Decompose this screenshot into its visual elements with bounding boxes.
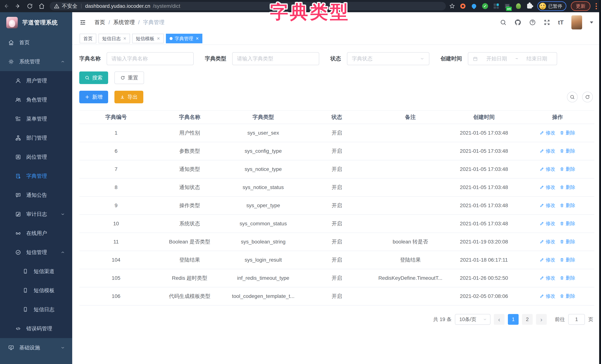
browser-reload-button[interactable]: [27, 3, 33, 9]
dict-type-link[interactable]: sys_user_sex: [226, 124, 300, 142]
dict-type-link[interactable]: tool_codegen_template_t...: [226, 287, 300, 305]
breadcrumb-home[interactable]: 首页: [94, 19, 105, 26]
dict-type-link[interactable]: inf_redis_timeout_type: [226, 269, 300, 287]
edit-link[interactable]: 修改: [540, 148, 555, 154]
sidebar-item-dict-management[interactable]: 字典管理: [0, 166, 72, 185]
profile-paused-badge[interactable]: 已暂停: [537, 1, 566, 11]
date-range-picker[interactable]: 开始日期 ~ 结束日期: [468, 52, 557, 65]
search-icon[interactable]: [500, 19, 507, 26]
status-select[interactable]: 字典状态: [347, 52, 429, 65]
browser-update-button[interactable]: 更新: [571, 1, 591, 11]
tab-sms-template[interactable]: 短信模板×: [132, 34, 164, 43]
bookmark-star-icon[interactable]: [449, 3, 455, 9]
tab-dict-management[interactable]: 字典管理×: [166, 34, 202, 43]
sidebar-item-sms-log[interactable]: 短信日志: [0, 300, 72, 319]
toggle-search-button[interactable]: [567, 92, 578, 102]
dict-type-input[interactable]: [232, 52, 319, 65]
sidebar-item-user-management[interactable]: 用户管理: [0, 71, 72, 90]
extension-grid-icon[interactable]: [493, 3, 500, 10]
refresh-table-button[interactable]: [582, 92, 593, 102]
delete-link[interactable]: 删除: [560, 202, 575, 209]
browser-forward-button[interactable]: [15, 3, 21, 9]
browser-back-button[interactable]: [3, 3, 9, 9]
delete-link[interactable]: 删除: [560, 220, 575, 227]
edit-link[interactable]: 修改: [540, 202, 555, 209]
extension-green-circle-icon[interactable]: ✓: [482, 3, 488, 10]
sidebar-item-notice[interactable]: 通知公告: [0, 185, 72, 205]
close-icon[interactable]: ×: [123, 36, 126, 41]
page-size-select[interactable]: 10条/页: [455, 314, 491, 325]
sidebar-item-home[interactable]: 首页: [0, 33, 72, 52]
edit-link[interactable]: 修改: [540, 166, 555, 172]
dict-type-link[interactable]: sys_notice_type: [226, 160, 300, 178]
extension-blue-drop-icon[interactable]: [471, 3, 477, 10]
extension-orange-ring-icon[interactable]: [460, 3, 466, 10]
edit-link[interactable]: 修改: [540, 275, 555, 281]
sidebar-item-post-management[interactable]: 岗位管理: [0, 147, 72, 166]
edit-link[interactable]: 修改: [540, 184, 555, 191]
edit-link[interactable]: 修改: [540, 293, 555, 299]
sidebar-item-audit-log[interactable]: 审计日志: [0, 205, 72, 224]
tab-home[interactable]: 首页: [80, 34, 96, 43]
sidebar-item-error-code[interactable]: 错误码管理: [0, 319, 72, 338]
dict-type-link[interactable]: sys_oper_type: [226, 196, 300, 215]
dict-type-link[interactable]: sys_common_status: [226, 215, 300, 233]
edit-link[interactable]: 修改: [540, 130, 555, 136]
export-button[interactable]: 导出: [114, 91, 143, 103]
edit-link[interactable]: 修改: [540, 238, 555, 245]
address-bar[interactable]: 不安全 dashboard.yudao.iocoder.cn/system/di…: [50, 2, 446, 10]
dict-id: 104: [79, 251, 153, 269]
user-avatar[interactable]: [571, 15, 582, 30]
fullscreen-icon[interactable]: [544, 19, 550, 26]
avatar-caret-down-icon[interactable]: [590, 21, 593, 25]
browser-home-button[interactable]: [39, 3, 45, 9]
delete-link[interactable]: 删除: [560, 148, 575, 154]
edit-link[interactable]: 修改: [540, 257, 555, 263]
delete-link[interactable]: 删除: [560, 257, 575, 263]
delete-link[interactable]: 删除: [560, 130, 575, 136]
delete-link[interactable]: 删除: [560, 184, 575, 191]
sidebar-item-sms-management[interactable]: 短信管理: [0, 243, 72, 262]
edit-link[interactable]: 修改: [540, 220, 555, 227]
sidebar-item-online-users[interactable]: 在线用户: [0, 224, 72, 243]
search-button[interactable]: 搜索: [79, 71, 108, 84]
chevron-down-icon: [60, 345, 65, 350]
dict-name-input[interactable]: [107, 52, 194, 65]
goto-page-input[interactable]: [568, 314, 585, 325]
help-icon[interactable]: [529, 19, 536, 26]
browser-menu-icon[interactable]: [595, 3, 598, 9]
security-label[interactable]: 不安全: [62, 3, 77, 10]
page-button-2[interactable]: 2: [522, 314, 533, 325]
add-button[interactable]: 新增: [79, 91, 108, 103]
reset-button[interactable]: 重置: [114, 71, 144, 84]
dict-type-link[interactable]: sys_config_type: [226, 142, 300, 160]
delete-link[interactable]: 删除: [560, 166, 575, 172]
sidebar-item-system-management[interactable]: 系统管理: [0, 52, 72, 71]
github-icon[interactable]: [514, 19, 521, 26]
extension-lines-icon[interactable]: on: [504, 3, 511, 10]
dict-type-link[interactable]: sys_notice_status: [226, 178, 300, 196]
tab-sms-log[interactable]: 短信日志×: [99, 34, 130, 43]
sidebar-item-sms-template[interactable]: 短信模板: [0, 281, 72, 300]
sidebar-toggle-hamburger-icon[interactable]: [79, 19, 86, 26]
page-button-1[interactable]: 1: [508, 314, 519, 325]
close-icon[interactable]: ×: [196, 36, 199, 41]
delete-link[interactable]: 删除: [560, 238, 575, 245]
extensions-puzzle-icon[interactable]: [526, 3, 533, 10]
prev-page-button[interactable]: ‹: [494, 314, 505, 325]
sidebar-item-menu-management[interactable]: 菜单管理: [0, 109, 72, 128]
dict-type-link[interactable]: sys_login_result: [226, 251, 300, 269]
close-icon[interactable]: ×: [157, 36, 160, 41]
sidebar-item-role-management[interactable]: 角色管理: [0, 90, 72, 109]
speech-bubble-icon: [15, 192, 21, 198]
font-size-icon[interactable]: tT: [558, 19, 564, 26]
dict-type-link[interactable]: sys_boolean_string: [226, 233, 300, 251]
next-page-button[interactable]: ›: [536, 314, 547, 325]
delete-link[interactable]: 删除: [560, 275, 575, 281]
sidebar-item-sms-channel[interactable]: 短信渠道: [0, 262, 72, 281]
sidebar-item-dept-management[interactable]: 部门管理: [0, 128, 72, 147]
breadcrumb-system[interactable]: 系统管理: [113, 19, 135, 26]
sidebar-item-infrastructure[interactable]: 基础设施: [0, 338, 72, 357]
extension-sprout-icon[interactable]: [515, 3, 522, 10]
delete-link[interactable]: 删除: [560, 293, 575, 299]
